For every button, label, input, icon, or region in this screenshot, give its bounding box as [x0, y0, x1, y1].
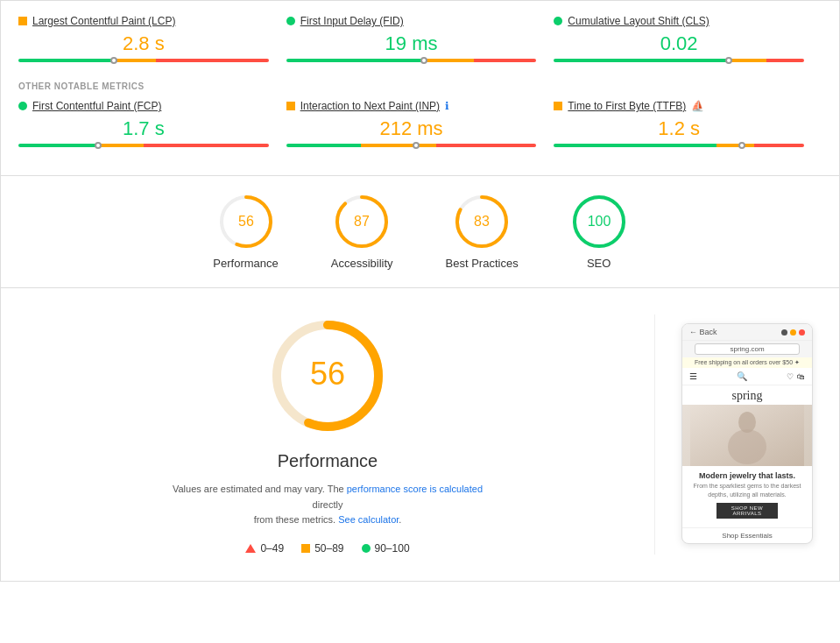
perf-calculator-link[interactable]: See calculator	[338, 514, 399, 525]
hamburger-icon[interactable]: ☰	[689, 371, 697, 381]
dot-red	[799, 329, 805, 336]
dot-yellow	[790, 329, 796, 336]
ttfb-flag-icon: ⛵	[691, 100, 704, 112]
metric-cls: Cumulative Layout Shift (CLS) 0.02	[554, 15, 822, 69]
fcp-bar-bg	[18, 144, 269, 147]
back-button[interactable]: ← Back	[689, 328, 717, 336]
perf-period: .	[399, 514, 401, 525]
metrics-section: Largest Contentful Paint (LCP) 2.8 s Fir…	[0, 0, 840, 176]
score-item-accessibility[interactable]: 87 Accessibility	[331, 194, 393, 270]
inp-indicator	[286, 102, 295, 110]
lcp-value: 2.8 s	[18, 32, 269, 55]
phone-content: Modern jewelry that lasts. From the spar…	[682, 466, 812, 527]
legend-pass: 90–100	[362, 542, 410, 555]
phone-footer: Shop Essentials	[682, 527, 812, 543]
phone-cta-button[interactable]: SHOP NEW ARRIVALS	[716, 503, 778, 519]
legend-fail-icon	[245, 544, 256, 553]
legend: 0–49 50–89 90–100	[245, 542, 409, 555]
metric-inp: Interaction to Next Paint (INP) ℹ 212 ms	[286, 100, 554, 154]
legend-pass-range: 90–100	[375, 542, 410, 555]
core-metrics: Largest Contentful Paint (LCP) 2.8 s Fir…	[18, 15, 822, 69]
metric-ttfb-label: Time to First Byte (TTFB) ⛵	[554, 100, 804, 112]
phone-traffic-lights	[781, 329, 805, 336]
ttfb-bar	[554, 144, 804, 151]
svg-text:56: 56	[310, 356, 345, 392]
best-practices-circle: 83	[454, 194, 510, 250]
lcp-bar-green	[18, 59, 114, 62]
perf-left: 56 Performance Values are estimated and …	[18, 314, 637, 555]
fcp-bar	[18, 144, 269, 151]
seo-circle: 100	[571, 194, 627, 250]
metric-lcp-label: Largest Contentful Paint (LCP)	[18, 15, 269, 27]
fcp-bar-red	[144, 144, 269, 147]
accessibility-label: Accessibility	[331, 257, 393, 270]
ttfb-bar-bg	[554, 144, 804, 147]
fid-bar-red	[474, 59, 536, 62]
inp-link[interactable]: Interaction to Next Paint (INP)	[300, 100, 440, 112]
perf-title: Performance	[278, 451, 378, 471]
bottom-section: 56 Performance Values are estimated and …	[0, 288, 840, 582]
svg-point-17	[728, 429, 766, 464]
cls-value: 0.02	[554, 32, 804, 55]
perf-desc-text2: directlyfrom these metrics.	[254, 499, 343, 526]
accessibility-circle: 87	[334, 194, 390, 250]
ttfb-link[interactable]: Time to First Byte (TTFB)	[568, 100, 686, 112]
fid-bar-green	[286, 59, 424, 62]
phone-nav: ☰ 🔍 ♡ 🛍	[682, 368, 812, 385]
ttfb-bar-orange	[716, 144, 754, 147]
legend-average-icon	[301, 544, 310, 553]
phone-tagline: Modern jewelry that lasts.	[689, 471, 805, 480]
phone-wishlist-icon[interactable]: ♡	[787, 372, 794, 381]
svg-text:83: 83	[474, 214, 490, 229]
phone-brand: spring	[682, 385, 812, 405]
legend-average-range: 50–89	[314, 542, 343, 555]
phone-subtext: From the sparkliest gems to the darkest …	[689, 482, 805, 499]
cls-bar-orange	[729, 59, 766, 62]
phone-nav-icons: ♡ 🛍	[787, 372, 805, 381]
fcp-marker	[95, 142, 102, 149]
fid-link[interactable]: First Input Delay (FID)	[300, 15, 404, 27]
lcp-bar	[18, 59, 269, 66]
fcp-link[interactable]: First Contentful Paint (FCP)	[32, 100, 161, 112]
fcp-value: 1.7 s	[18, 117, 269, 140]
perf-right: ← Back spring.com Free shipping on all o…	[673, 314, 822, 555]
ttfb-value: 1.2 s	[554, 117, 804, 140]
metric-lcp: Largest Contentful Paint (LCP) 2.8 s	[18, 15, 286, 69]
cls-link[interactable]: Cumulative Layout Shift (CLS)	[568, 15, 709, 27]
seo-label: SEO	[587, 257, 611, 270]
other-metrics-label: OTHER NOTABLE METRICS	[18, 81, 822, 91]
metric-fcp: First Contentful Paint (FCP) 1.7 s	[18, 100, 286, 154]
legend-pass-icon	[362, 544, 371, 553]
cls-marker	[725, 57, 732, 64]
svg-text:56: 56	[238, 214, 254, 229]
metric-cls-label: Cumulative Layout Shift (CLS)	[554, 15, 804, 27]
cls-bar-green	[554, 59, 729, 62]
dot-dark	[781, 329, 787, 336]
score-item-performance[interactable]: 56 Performance	[213, 194, 278, 270]
phone-search-icon[interactable]: 🔍	[737, 371, 747, 381]
ttfb-marker	[738, 142, 745, 149]
url-bar-container: spring.com	[682, 341, 812, 357]
perf-calc-link[interactable]: performance score is calculated	[347, 484, 483, 494]
metric-inp-label: Interaction to Next Paint (INP) ℹ	[286, 100, 537, 112]
score-section: 56 Performance 87 Accessibility 83 Best …	[0, 176, 840, 288]
inp-info-icon[interactable]: ℹ	[445, 100, 449, 112]
fid-indicator	[286, 17, 295, 25]
performance-label: Performance	[213, 257, 278, 270]
phone-hero-image	[682, 405, 812, 466]
phone-promo: Free shipping on all orders over $50 ✦	[682, 357, 812, 368]
phone-url-bar[interactable]: spring.com	[695, 343, 800, 355]
legend-fail-range: 0–49	[260, 542, 284, 555]
fcp-bar-orange	[98, 144, 143, 147]
inp-value: 212 ms	[286, 117, 537, 140]
phone-cart-icon[interactable]: 🛍	[797, 372, 805, 381]
metric-ttfb: Time to First Byte (TTFB) ⛵ 1.2 s	[554, 100, 822, 154]
score-item-best-practices[interactable]: 83 Best Practices	[446, 194, 519, 270]
fid-bar	[286, 59, 537, 66]
metric-fid-label: First Input Delay (FID)	[286, 15, 537, 27]
phone-chrome-header: ← Back	[682, 324, 812, 341]
lcp-link[interactable]: Largest Contentful Paint (LCP)	[32, 15, 175, 27]
score-item-seo[interactable]: 100 SEO	[571, 194, 627, 270]
metric-fid: First Input Delay (FID) 19 ms	[286, 15, 554, 69]
svg-text:87: 87	[354, 214, 370, 229]
